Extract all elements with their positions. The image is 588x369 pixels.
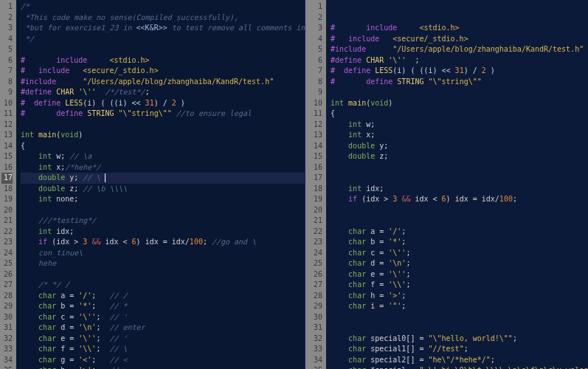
code-line[interactable]: char *special = " \' hi \0\b\t \\\\ \a\e… <box>331 366 588 369</box>
line-number: 31 <box>1 323 13 334</box>
code-line[interactable]: char g = '<'; // < <box>21 356 128 364</box>
line-number: 12 <box>307 120 322 131</box>
code-line[interactable]: #define CHAR '\'' /*/test*/; <box>21 88 150 96</box>
code-line[interactable]: double z; <box>331 152 392 160</box>
code-line[interactable]: int x; <box>331 131 375 139</box>
line-number: 5 <box>307 44 322 55</box>
gutter-left: 1234567891011121314151617181920212223242… <box>0 0 16 369</box>
line-number: 19 <box>307 194 322 205</box>
code-line[interactable]: int main(void) <box>21 131 83 139</box>
line-number: 32 <box>1 334 13 345</box>
code-line[interactable]: # include <stdio.h> <box>331 24 460 32</box>
line-number: 26 <box>1 269 13 280</box>
line-number: 8 <box>1 77 13 88</box>
line-number: 6 <box>1 55 13 66</box>
line-number: 13 <box>1 130 13 141</box>
code-line[interactable]: if (idx > 3 && idx < 6) idx = idx/100; /… <box>21 238 256 246</box>
code-line[interactable]: # include <secure/_stdio.h> <box>21 66 159 75</box>
code-line[interactable]: /* <box>21 2 30 10</box>
code-line[interactable]: char b = '*'; <box>331 238 419 246</box>
line-number: 23 <box>1 237 13 248</box>
line-number: 30 <box>1 312 13 323</box>
line-number: 15 <box>1 151 13 162</box>
code-line[interactable]: *This code make no sense(Compiled succes… <box>21 13 238 21</box>
line-number: 32 <box>307 334 322 345</box>
code-line[interactable]: #include "/Users/apple/blog/zhanghaiba/K… <box>21 77 274 86</box>
code-line[interactable]: char special0[] = "\"hello, world!\""; <box>331 334 517 342</box>
line-number: 35 <box>1 365 13 369</box>
code-line[interactable]: int main(void) <box>331 99 392 107</box>
line-number: 25 <box>307 258 322 269</box>
code-line[interactable]: char special2[] = "he\"/*hehe*/"; <box>331 356 495 364</box>
line-number: 18 <box>1 184 13 195</box>
code-line[interactable]: { <box>21 142 25 150</box>
code-line[interactable]: # define STRING "\"string\"" <box>331 77 486 86</box>
code-line[interactable]: # include <secure/_stdio.h> <box>331 35 468 43</box>
code-line[interactable]: *but for exercise1_23 in <<K&R>> to test… <box>21 24 305 32</box>
line-number: 14 <box>1 141 13 152</box>
line-number: 27 <box>1 280 13 291</box>
code-line[interactable]: char c = '\''; // ' <box>21 313 128 321</box>
code-line[interactable]: # define STRING "\"string\"" //to ensure… <box>21 109 252 117</box>
code-line[interactable]: # include <stdio.h> <box>21 56 150 64</box>
code-line[interactable]: int w; <box>331 120 379 128</box>
code-line[interactable]: double y; <box>331 142 392 150</box>
line-number: 22 <box>307 227 322 238</box>
code-line[interactable]: */ <box>21 35 34 43</box>
line-number: 17 <box>1 173 13 184</box>
code-line[interactable]: #define CHAR '\'' ; <box>331 56 419 64</box>
code-line[interactable]: int x;/*hehe*/ <box>21 163 100 171</box>
line-number: 2 <box>1 13 13 24</box>
line-number: 1 <box>307 1 322 13</box>
line-number: 13 <box>307 130 322 141</box>
line-number: 30 <box>307 312 322 323</box>
line-number: 4 <box>1 34 13 45</box>
code-line[interactable]: con_tinue\ <box>21 249 83 257</box>
line-number: 19 <box>1 194 13 205</box>
code-line[interactable]: double y; // \ <box>21 173 305 184</box>
line-number: 25 <box>1 258 13 269</box>
code-area-left[interactable]: /* *This code make no sense(Compiled suc… <box>16 0 305 369</box>
code-line[interactable]: char f = '\\'; <box>331 280 419 289</box>
line-number: 16 <box>307 162 322 173</box>
code-line[interactable]: if (idx > 3 && idx < 6) idx = idx/100; <box>331 195 522 203</box>
code-line[interactable]: char e = '\''; // ' <box>21 334 128 342</box>
code-line[interactable]: char f = '\\'; // \ <box>21 345 128 353</box>
code-line[interactable]: char h = '>'; // > <box>21 366 128 369</box>
line-number: 31 <box>307 323 322 334</box>
line-number: 18 <box>307 184 322 195</box>
code-line[interactable]: char d = '\n'; // enter <box>21 323 145 331</box>
editor-pane-right[interactable]: 1234567891011121314151617181920212223242… <box>305 0 588 369</box>
code-line[interactable]: ///*testing*/ <box>21 216 96 224</box>
code-line[interactable]: int idx; <box>331 184 384 193</box>
code-line[interactable]: char a = '/'; // / <box>21 292 128 300</box>
code-line[interactable]: char special1[] = "//test"; <box>331 345 468 353</box>
code-line[interactable]: # define LESS(i) ( ((i) << 31) / 2 ) <box>21 99 185 107</box>
code-line[interactable]: int w; // \a <box>21 152 91 160</box>
line-number: 10 <box>307 98 322 109</box>
code-line[interactable]: char i = '"'; <box>331 302 419 310</box>
code-line[interactable]: #include "/Users/apple/blog/zhanghaiba/K… <box>331 45 584 53</box>
code-line[interactable]: int idx; <box>21 227 74 235</box>
code-line[interactable]: char b = '*'; // * <box>21 302 128 310</box>
code-line[interactable]: char d = '\n'; <box>331 259 419 267</box>
code-line[interactable] <box>331 323 348 331</box>
line-number: 9 <box>1 87 13 98</box>
line-number: 21 <box>1 215 13 227</box>
line-number: 29 <box>1 301 13 312</box>
code-line[interactable]: # define LESS(i) ( ((i) << 31) / 2 ) <box>331 66 495 75</box>
code-line[interactable]: char h = '>'; <box>331 292 419 300</box>
code-line[interactable]: { <box>331 109 335 117</box>
code-line[interactable]: double z; // \b \\\\ <box>21 184 128 193</box>
line-number: 7 <box>1 66 13 77</box>
line-number: 3 <box>1 23 13 34</box>
code-line[interactable]: char a = '/'; <box>331 227 419 235</box>
code-line[interactable]: hehe <box>21 259 56 267</box>
code-line[interactable]: /* */ / <box>21 280 69 289</box>
code-line[interactable]: char c = '\''; <box>331 249 419 257</box>
code-line[interactable]: char e = '\''; <box>331 270 419 278</box>
line-number: 9 <box>307 87 322 98</box>
code-area-right[interactable]: # include <stdio.h> # include <secure/_s… <box>326 0 588 369</box>
code-line[interactable]: int none; <box>21 195 78 203</box>
editor-pane-left[interactable]: 1234567891011121314151617181920212223242… <box>0 0 305 369</box>
